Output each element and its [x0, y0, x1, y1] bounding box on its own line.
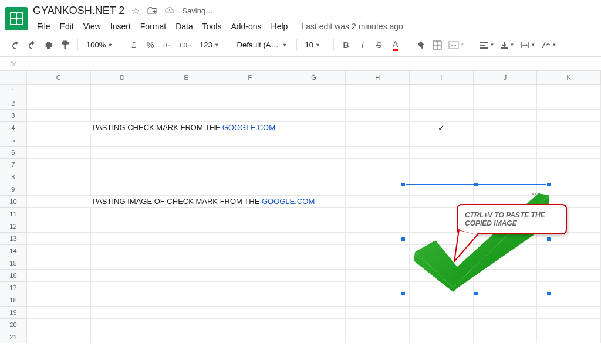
strikethrough-button[interactable]: S: [372, 38, 387, 53]
cell-D8[interactable]: [91, 171, 155, 183]
star-icon[interactable]: ☆: [131, 5, 140, 16]
row-header-10[interactable]: 10: [0, 196, 27, 208]
cell-F9[interactable]: [218, 183, 282, 196]
cell-H2[interactable]: [346, 97, 410, 110]
halign-button[interactable]: ▼: [477, 38, 497, 53]
cell-E17[interactable]: [154, 282, 218, 294]
doc-title[interactable]: GYANKOSH.NET 2: [33, 5, 124, 17]
merge-button[interactable]: ▼: [446, 38, 467, 53]
col-header-D[interactable]: D: [91, 71, 155, 85]
cell-C15[interactable]: [27, 257, 91, 270]
cell-F7[interactable]: [218, 159, 282, 171]
menu-view[interactable]: View: [79, 19, 105, 33]
cell-K20[interactable]: [537, 319, 601, 331]
cell-K5[interactable]: [537, 134, 601, 147]
col-header-E[interactable]: E: [154, 71, 218, 85]
cell-D2[interactable]: [91, 97, 155, 110]
cell-E21[interactable]: [154, 331, 218, 343]
cell-J20[interactable]: [474, 319, 538, 331]
row-header-9[interactable]: 9: [0, 183, 27, 196]
cell-H6[interactable]: [346, 147, 410, 159]
cell-G12[interactable]: [282, 220, 346, 233]
cell-K13[interactable]: [537, 233, 601, 245]
cell-D21[interactable]: [91, 331, 155, 343]
cell-H12[interactable]: [346, 220, 410, 233]
cell-E18[interactable]: [154, 294, 218, 307]
cell-J18[interactable]: [474, 294, 538, 307]
cell-G11[interactable]: [282, 208, 346, 220]
cell-H15[interactable]: [346, 257, 410, 270]
cell-E4[interactable]: [154, 122, 218, 134]
cell-E12[interactable]: [154, 220, 218, 233]
cell-H1[interactable]: [346, 85, 410, 97]
cell-H10[interactable]: [346, 196, 410, 208]
cell-C18[interactable]: [27, 294, 91, 307]
menu-file[interactable]: File: [33, 19, 55, 33]
cell-G9[interactable]: [282, 183, 346, 196]
row-header-5[interactable]: 5: [0, 134, 27, 147]
menu-addons[interactable]: Add-ons: [227, 19, 265, 33]
percent-button[interactable]: %: [143, 38, 158, 53]
cell-K17[interactable]: [537, 282, 601, 294]
cell-D10[interactable]: PASTING IMAGE OF CHECK MARK FROM THE GOO…: [90, 196, 154, 208]
menu-help[interactable]: Help: [267, 19, 292, 33]
cell-H3[interactable]: [346, 110, 410, 122]
cell-C1[interactable]: [27, 85, 91, 97]
last-edit-link[interactable]: Last edit was 2 minutes ago: [301, 22, 403, 31]
cell-K2[interactable]: [537, 97, 601, 110]
row-header-2[interactable]: 2: [0, 97, 27, 110]
cell-D19[interactable]: [91, 307, 155, 319]
formula-input[interactable]: [26, 59, 601, 68]
cell-D12[interactable]: [91, 220, 155, 233]
cell-D9[interactable]: [91, 183, 155, 196]
cell-H9[interactable]: [346, 183, 410, 196]
cell-K8[interactable]: [537, 171, 601, 183]
cell-I7[interactable]: [410, 159, 474, 171]
cell-J17[interactable]: [474, 282, 538, 294]
col-header-G[interactable]: G: [282, 71, 346, 85]
cell-J8[interactable]: [474, 171, 538, 183]
cell-C20[interactable]: [27, 319, 91, 331]
row-header-17[interactable]: 17: [0, 282, 27, 294]
cell-G17[interactable]: [282, 282, 346, 294]
cell-J2[interactable]: [474, 97, 538, 110]
cell-E9[interactable]: [154, 183, 218, 196]
row-header-7[interactable]: 7: [0, 159, 27, 171]
decimal-dec-button[interactable]: .0←: [159, 38, 174, 53]
cell-H11[interactable]: [346, 208, 410, 220]
row-header-21[interactable]: 21: [0, 331, 27, 343]
cell-E19[interactable]: [154, 307, 218, 319]
menu-edit[interactable]: Edit: [56, 19, 78, 33]
cell-D3[interactable]: [91, 110, 155, 122]
cell-E8[interactable]: [154, 171, 218, 183]
cell-F10[interactable]: [218, 196, 282, 208]
wrap-button[interactable]: ▼: [518, 38, 538, 53]
sheets-logo[interactable]: [5, 7, 28, 30]
cell-G6[interactable]: [282, 147, 346, 159]
row-header-20[interactable]: 20: [0, 319, 27, 331]
cell-I1[interactable]: [410, 85, 474, 97]
cell-I16[interactable]: [410, 270, 474, 282]
cell-D1[interactable]: [91, 85, 155, 97]
cell-G7[interactable]: [282, 159, 346, 171]
cell-G3[interactable]: [282, 110, 346, 122]
row-header-18[interactable]: 18: [0, 294, 27, 307]
cell-E5[interactable]: [154, 134, 218, 147]
col-header-J[interactable]: J: [474, 71, 538, 85]
cell-G2[interactable]: [282, 97, 346, 110]
cell-E15[interactable]: [154, 257, 218, 270]
cell-H7[interactable]: [346, 159, 410, 171]
cell-J19[interactable]: [474, 307, 538, 319]
cell-G16[interactable]: [282, 270, 346, 282]
cell-C9[interactable]: [27, 183, 91, 196]
cell-H13[interactable]: [346, 233, 410, 245]
cell-I6[interactable]: [410, 147, 474, 159]
font-select[interactable]: Default (Ari...▼: [233, 38, 292, 53]
cell-K6[interactable]: [537, 147, 601, 159]
cell-C13[interactable]: [27, 233, 91, 245]
cell-F6[interactable]: [218, 147, 282, 159]
cell-F20[interactable]: [218, 319, 282, 331]
cell-I21[interactable]: [410, 331, 474, 343]
cell-F13[interactable]: [218, 233, 282, 245]
cell-C2[interactable]: [27, 97, 91, 110]
